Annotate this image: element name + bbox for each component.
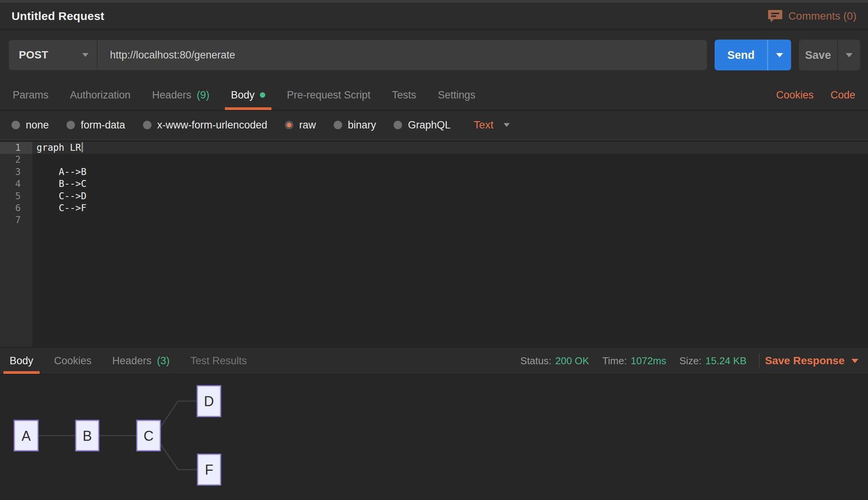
graph-node-c: C — [137, 420, 160, 451]
chevron-down-icon — [851, 359, 858, 363]
tab-authorization[interactable]: Authorization — [70, 80, 131, 110]
radio-icon — [143, 121, 151, 129]
send-button[interactable]: Send — [715, 40, 791, 70]
code-link[interactable]: Code — [830, 89, 855, 101]
request-title-bar: Untitled Request Comments (0) — [0, 0, 868, 30]
code-editor[interactable]: 1graph LR23 A-->B4 B-->C5 C-->D6 C-->F7 — [0, 139, 868, 347]
line-number: 7 — [0, 214, 32, 226]
node-label: B — [83, 428, 92, 444]
request-tab-links: Cookies Code — [776, 80, 855, 110]
chevron-down-icon — [82, 53, 88, 57]
radio-form-data[interactable]: form-data — [67, 119, 125, 131]
radio-icon — [394, 121, 402, 129]
comments-button[interactable]: Comments (0) — [768, 9, 856, 23]
send-options-button[interactable] — [768, 40, 791, 70]
divider — [759, 353, 760, 368]
raw-format-select[interactable]: Text — [474, 119, 509, 131]
status-indicator: Status: 200 OK — [520, 355, 589, 367]
response-tab-cookies[interactable]: Cookies — [54, 348, 92, 374]
body-type-row: none form-data x-www-form-urlencoded raw… — [0, 111, 868, 139]
radio-selected-icon — [285, 121, 293, 129]
tab-params[interactable]: Params — [13, 80, 48, 110]
page-title: Untitled Request — [12, 10, 105, 23]
code-line[interactable]: 1graph LR — [0, 142, 868, 154]
save-button[interactable]: Save — [799, 40, 860, 70]
time-value: 1072ms — [631, 355, 667, 367]
code-text: C-->F — [32, 202, 868, 214]
headers-count-badge: (9) — [197, 89, 210, 101]
line-number: 2 — [0, 154, 32, 166]
radio-x-www-form-urlencoded[interactable]: x-www-form-urlencoded — [143, 119, 268, 131]
editor-filler — [0, 227, 868, 347]
radio-icon — [12, 121, 20, 129]
text-cursor — [81, 142, 83, 152]
response-headers-count-badge: (3) — [157, 355, 170, 367]
method-select[interactable]: POST — [9, 40, 98, 70]
line-number: 4 — [0, 178, 32, 190]
line-number: 6 — [0, 202, 32, 214]
radio-graphql[interactable]: GraphQL — [394, 119, 451, 131]
size-indicator: Size: 15.24 KB — [679, 355, 747, 367]
tab-headers[interactable]: Headers (9) — [152, 80, 210, 110]
line-number: 5 — [0, 190, 32, 202]
code-line[interactable]: 3 A-->B — [0, 166, 868, 178]
code-text — [32, 214, 868, 226]
code-line[interactable]: 4 B-->C — [0, 178, 868, 190]
graph-node-f: F — [198, 454, 221, 485]
node-label: F — [205, 462, 213, 478]
cookies-link[interactable]: Cookies — [776, 89, 814, 101]
save-label: Save — [799, 40, 838, 70]
response-meta: Status: 200 OK Time: 1072ms Size: 15.24 … — [507, 348, 858, 374]
tab-body[interactable]: Body — [231, 80, 266, 110]
radio-none[interactable]: none — [12, 119, 49, 131]
line-number: 3 — [0, 166, 32, 178]
postman-window: Untitled Request Comments (0) POST http:… — [0, 0, 868, 500]
response-body-panel: ABCDF — [0, 375, 868, 500]
url-input[interactable]: http://localhost:80/generate — [98, 40, 707, 70]
code-line[interactable]: 2 — [0, 154, 868, 166]
send-label: Send — [715, 40, 768, 70]
radio-raw[interactable]: raw — [285, 119, 316, 131]
status-value: 200 OK — [555, 355, 589, 367]
chevron-down-icon — [504, 123, 510, 127]
radio-binary[interactable]: binary — [334, 119, 376, 131]
code-text: A-->B — [32, 166, 868, 178]
code-text: B-->C — [32, 178, 868, 190]
code-line[interactable]: 5 C-->D — [0, 190, 868, 202]
chevron-down-icon — [776, 53, 783, 57]
line-number: 1 — [0, 142, 32, 154]
tab-tests[interactable]: Tests — [392, 80, 416, 110]
request-builder-row: POST http://localhost:80/generate Send S… — [0, 30, 868, 80]
code-line[interactable]: 7 — [0, 214, 868, 226]
code-line[interactable]: 6 C-->F — [0, 202, 868, 214]
format-value: Text — [474, 119, 493, 131]
url-value: http://localhost:80/generate — [110, 49, 235, 61]
comments-label: Comments (0) — [788, 10, 856, 22]
response-tab-headers[interactable]: Headers (3) — [112, 348, 170, 374]
graph-edge-c-d — [160, 401, 197, 427]
graph-node-b: B — [76, 420, 99, 451]
url-bar: POST http://localhost:80/generate — [9, 40, 707, 70]
tab-settings[interactable]: Settings — [438, 80, 476, 110]
radio-icon — [67, 121, 75, 129]
response-tab-body[interactable]: Body — [10, 348, 33, 374]
response-graph: ABCDF — [0, 375, 868, 500]
save-options-button[interactable] — [838, 40, 860, 70]
time-indicator: Time: 1072ms — [602, 355, 667, 367]
request-tabs-bar: Params Authorization Headers (9) Body Pr… — [0, 80, 868, 111]
node-label: C — [144, 428, 154, 444]
graph-node-a: A — [14, 420, 38, 451]
comment-icon — [768, 9, 782, 23]
node-label: D — [204, 393, 214, 409]
response-tabs: Body Cookies Headers (3) Test Results — [10, 348, 247, 374]
tab-pre-request-script[interactable]: Pre-request Script — [287, 80, 371, 110]
method-value: POST — [19, 49, 48, 61]
response-header: Body Cookies Headers (3) Test Results St… — [0, 347, 868, 375]
chevron-down-icon — [846, 53, 853, 57]
body-modified-dot — [260, 92, 265, 98]
size-value: 15.24 KB — [705, 355, 747, 367]
radio-icon — [334, 121, 342, 129]
save-response-button[interactable]: Save Response — [765, 355, 858, 367]
response-tab-test-results[interactable]: Test Results — [190, 348, 247, 374]
graph-edge-c-f — [160, 444, 198, 470]
